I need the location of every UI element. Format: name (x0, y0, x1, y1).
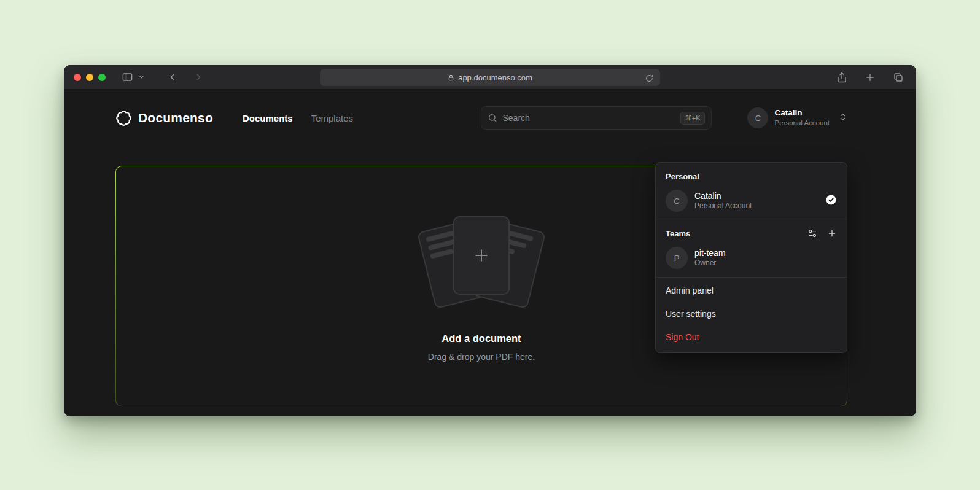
personal-account-name: Catalin (694, 190, 752, 201)
menu-item-user-settings[interactable]: User settings (656, 302, 847, 325)
menu-item-team-pit-team[interactable]: P pit-team Owner (656, 243, 847, 276)
app-header: Documenso Documents Templates ⌘+K C Cata… (64, 90, 916, 130)
tab-overview-icon[interactable] (890, 69, 906, 85)
brand[interactable]: Documenso (115, 110, 213, 126)
search-icon (488, 113, 497, 123)
account-subtitle: Personal Account (774, 119, 830, 127)
brand-name: Documenso (138, 111, 213, 125)
personal-section-label: Personal (656, 165, 847, 185)
selected-check-icon (825, 194, 837, 208)
dropzone-subtitle: Drag & drop your PDF here. (428, 352, 535, 362)
reload-icon[interactable] (643, 72, 656, 85)
nav-item-templates[interactable]: Templates (311, 113, 353, 123)
sidebar-toggle-icon[interactable] (119, 69, 136, 85)
menu-divider (656, 220, 847, 220)
chevrons-up-down-icon (838, 112, 847, 124)
browser-window: app.documenso.com Documenso D (64, 65, 916, 416)
url-text: app.documenso.com (458, 73, 532, 82)
team-avatar: P (666, 247, 688, 269)
plus-icon (472, 246, 491, 265)
zoom-window-button[interactable] (98, 74, 106, 81)
browser-chrome: app.documenso.com (64, 65, 916, 90)
lock-icon (448, 74, 454, 81)
account-name: Catalin (774, 108, 830, 119)
share-icon[interactable] (834, 69, 850, 85)
dropzone-title: Add a document (441, 333, 521, 344)
address-bar[interactable]: app.documenso.com (320, 69, 660, 86)
menu-item-admin-panel[interactable]: Admin panel (656, 279, 847, 302)
personal-account-avatar: C (666, 190, 688, 212)
add-team-icon[interactable] (827, 228, 837, 238)
forward-button[interactable] (191, 69, 206, 85)
menu-item-sign-out[interactable]: Sign Out (656, 325, 847, 349)
traffic-lights (74, 74, 106, 81)
personal-account-subtitle: Personal Account (694, 201, 752, 211)
search-input[interactable] (502, 113, 675, 123)
document-cards-illustration (417, 216, 546, 308)
team-name: pit-team (694, 247, 726, 259)
teams-section-label: Teams (666, 229, 690, 238)
account-avatar: C (747, 107, 768, 128)
account-menu-trigger[interactable]: C Catalin Personal Account (747, 107, 847, 128)
team-role: Owner (694, 259, 726, 268)
search-box[interactable]: ⌘+K (481, 106, 712, 130)
account-dropdown-menu: Personal C Catalin Personal Account Team… (655, 162, 847, 353)
menu-divider (656, 277, 847, 278)
nav-item-documents[interactable]: Documents (243, 113, 293, 123)
documenso-logo-icon (115, 110, 132, 126)
app-content: Documenso Documents Templates ⌘+K C Cata… (64, 90, 916, 416)
search-shortcut-badge: ⌘+K (680, 112, 706, 125)
document-card-front (453, 216, 510, 295)
sidebar-chevron-down-icon[interactable] (136, 71, 147, 83)
manage-teams-icon[interactable] (807, 228, 817, 238)
new-tab-icon[interactable] (862, 69, 878, 85)
teams-section-header: Teams (656, 222, 847, 243)
minimize-window-button[interactable] (86, 74, 93, 81)
menu-item-personal-account[interactable]: C Catalin Personal Account (656, 185, 847, 219)
close-window-button[interactable] (74, 74, 81, 81)
back-button[interactable] (165, 69, 180, 85)
dropzone-content: Add a document Drag & drop your PDF here… (417, 216, 546, 362)
main-nav: Documents Templates (243, 113, 353, 123)
